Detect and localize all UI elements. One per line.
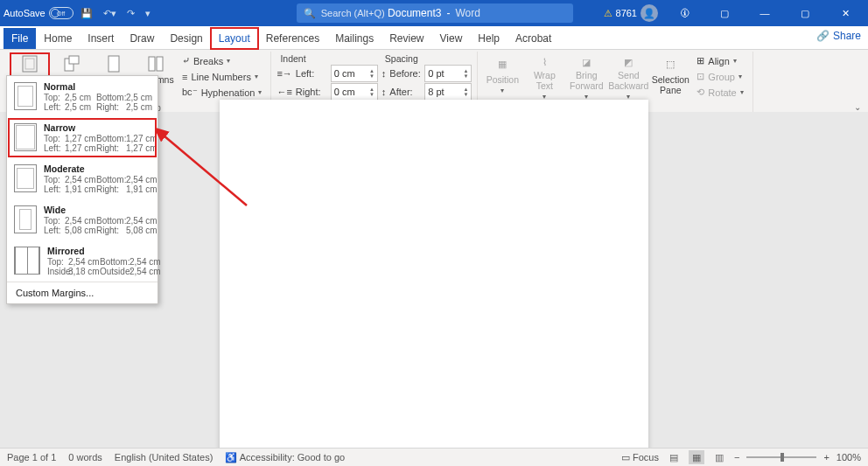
search-placeholder: Search (Alt+Q)	[321, 8, 385, 18]
margins-option-normal[interactable]: Normal Top:2,5 cmBottom:2,5 cm Left:2,5 …	[7, 76, 158, 115]
svg-rect-4	[108, 56, 119, 72]
coming-soon-icon[interactable]: 🛈	[665, 0, 704, 26]
close-button[interactable]: ✕	[826, 0, 864, 26]
selection-pane-button[interactable]: ⬚Selection Pane	[651, 53, 690, 101]
breaks-button[interactable]: ⤶ Breaks ▾	[178, 53, 265, 68]
spacing-after-input[interactable]: 8 pt▲▼	[424, 83, 472, 101]
indent-right-input[interactable]: 0 cm▲▼	[331, 83, 378, 101]
spacing-before-input[interactable]: 0 pt▲▼	[424, 65, 472, 82]
tab-draw[interactable]: Draw	[122, 28, 162, 49]
align-button[interactable]: ⊞ Align ▾	[693, 53, 746, 68]
qat-customize-icon[interactable]: ▾	[142, 3, 154, 23]
hyphenation-button[interactable]: bc⁻ Hyphenation ▾	[178, 85, 265, 100]
group-button: ⊡ Group ▾	[693, 69, 746, 84]
forward-icon: ◪	[578, 55, 595, 68]
tab-insert[interactable]: Insert	[80, 28, 122, 49]
svg-rect-6	[157, 57, 163, 71]
search-icon: 🔍	[304, 8, 316, 19]
columns-icon	[147, 55, 164, 73]
wrap-text-button: ⌇Wrap Text▾	[525, 53, 564, 101]
position-button: ▦Position▾	[483, 53, 522, 101]
autosave-label: AutoSave	[4, 8, 46, 18]
rotate-button: ⟲ Rotate ▾	[693, 85, 746, 100]
share-button[interactable]: 🔗 Share	[816, 30, 861, 42]
tab-help[interactable]: Help	[470, 28, 508, 49]
ribbon-collapse-icon[interactable]: ⌄	[854, 102, 861, 112]
minimize-button[interactable]: —	[746, 0, 784, 26]
notification-count: 8761	[616, 8, 637, 18]
selection-icon: ⬚	[662, 55, 679, 73]
tab-references[interactable]: References	[258, 28, 327, 49]
svg-rect-3	[69, 56, 79, 64]
margins-dropdown: Normal Top:2,5 cmBottom:2,5 cm Left:2,5 …	[6, 75, 158, 115]
size-icon	[105, 55, 122, 73]
undo-icon[interactable]: ↶▾	[100, 3, 120, 23]
tab-acrobat[interactable]: Acrobat	[508, 28, 559, 49]
orientation-icon	[63, 55, 80, 73]
autosave-toggle[interactable]: AutoSave Off	[4, 7, 74, 19]
search-box[interactable]: 🔍 Search (Alt+Q)	[297, 3, 573, 23]
ribbon-display-icon[interactable]: ▢	[705, 0, 744, 26]
ribbon-tabs: File Home Insert Draw Design Layout Refe…	[0, 26, 868, 50]
bring-forward-button: ◪Bring Forward▾	[567, 53, 606, 101]
line-numbers-button[interactable]: ≡ Line Numbers ▾	[178, 69, 265, 84]
tab-mailings[interactable]: Mailings	[327, 28, 382, 49]
tab-view[interactable]: View	[432, 28, 471, 49]
wrap-icon: ⌇	[536, 55, 553, 68]
send-backward-button: ◩Send Backward▾	[609, 53, 648, 101]
indent-left-input[interactable]: 0 cm▲▼	[331, 65, 378, 82]
tab-review[interactable]: Review	[382, 28, 431, 49]
redo-icon[interactable]: ↷	[123, 3, 138, 23]
margins-icon	[21, 55, 38, 73]
tab-layout[interactable]: Layout	[211, 28, 258, 49]
tab-design[interactable]: Design	[162, 28, 210, 49]
backward-icon: ◩	[620, 55, 637, 68]
maximize-button[interactable]: ▢	[786, 0, 824, 26]
position-icon: ▦	[494, 55, 511, 73]
normal-icon	[14, 82, 37, 110]
tab-home[interactable]: Home	[36, 28, 80, 49]
svg-rect-5	[149, 57, 155, 71]
account-avatar[interactable]: 👤	[640, 4, 658, 22]
svg-rect-1	[25, 59, 34, 69]
save-icon[interactable]: 💾	[77, 3, 96, 23]
tab-file[interactable]: File	[4, 28, 36, 49]
document-page[interactable]	[220, 100, 648, 115]
title-bar: AutoSave Off 💾 ↶▾ ↷ ▾ Document3-Word 🔍 S…	[0, 0, 868, 26]
warning-icon[interactable]: ⚠	[604, 8, 612, 19]
